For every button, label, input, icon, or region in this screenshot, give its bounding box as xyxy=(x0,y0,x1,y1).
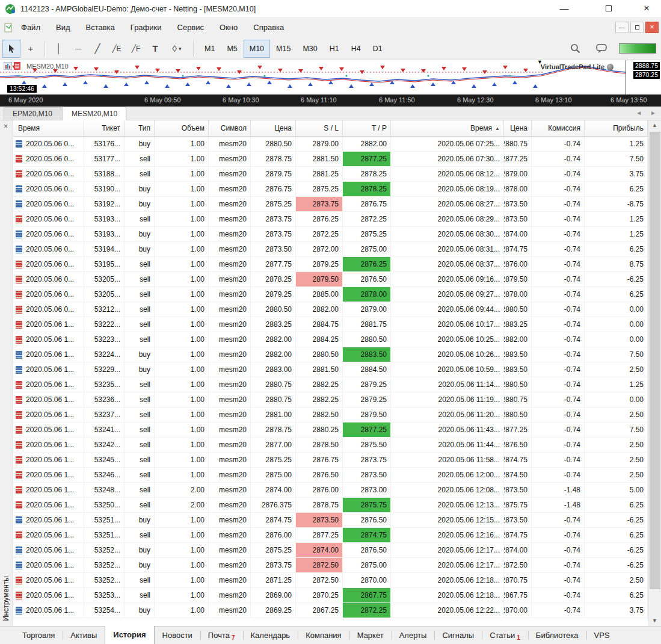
chart-tab-mesm20[interactable]: MESM20,M10 xyxy=(63,107,126,120)
horizontal-line-tool-button[interactable]: ─ xyxy=(69,40,87,58)
fibonacci-tool-button[interactable]: ╱F xyxy=(127,40,145,58)
window-close-button[interactable]: × xyxy=(633,0,660,18)
window-minimize-button[interactable]: — xyxy=(551,0,577,18)
timeframe-h1-button[interactable]: H1 xyxy=(324,40,345,58)
bottom-tab-calendar[interactable]: Календарь xyxy=(243,627,298,644)
bottom-tab-assets[interactable]: Активы xyxy=(63,627,105,644)
timeframe-h4-button[interactable]: H4 xyxy=(345,40,367,58)
table-row[interactable]: 2020.05.06 0...53190...buy1.00mesm202876… xyxy=(13,182,648,197)
column-header-stop-loss[interactable]: S / L xyxy=(296,120,343,136)
column-header-profit[interactable]: Прибыль xyxy=(585,120,648,136)
table-row[interactable]: 2020.05.06 1...53223...sell1.00mesm20288… xyxy=(13,332,648,347)
toolbox-close-button[interactable]: × xyxy=(4,123,8,130)
menu-window[interactable]: Окно xyxy=(212,18,245,37)
menu-insert[interactable]: Вставка xyxy=(78,18,123,37)
scroll-down-icon[interactable]: ▼ xyxy=(648,616,661,626)
table-row[interactable]: 2020.05.06 0...53194...buy1.00mesm202873… xyxy=(13,242,648,257)
menu-service[interactable]: Сервис xyxy=(170,18,212,37)
crosshair-tool-button[interactable]: + xyxy=(22,40,40,58)
column-header-open-price[interactable]: Цена xyxy=(251,120,296,136)
table-row[interactable]: 2020.05.06 0...53205...sell1.00mesm20287… xyxy=(13,287,648,302)
vertical-line-tool-button[interactable]: │ xyxy=(50,40,68,58)
table-row[interactable]: 2020.05.06 1...53251...buy1.00mesm202874… xyxy=(13,513,648,528)
column-header-commission[interactable]: Комиссия xyxy=(532,120,585,136)
table-row[interactable]: 2020.05.06 1...53248...sell2.00mesm20287… xyxy=(13,483,648,498)
mdi-restore-button[interactable] xyxy=(630,22,644,33)
search-button[interactable] xyxy=(566,40,584,58)
table-row[interactable]: 2020.05.06 1...53236...sell1.00mesm20288… xyxy=(13,392,648,407)
table-row[interactable]: 2020.05.06 1...53253...sell1.00mesm20286… xyxy=(13,588,648,603)
bottom-tab-trade[interactable]: Торговля xyxy=(14,627,63,644)
column-header-close-time[interactable]: Время▲ xyxy=(391,120,504,136)
column-header-symbol[interactable]: Символ xyxy=(209,120,251,136)
timeframe-m30-button[interactable]: M30 xyxy=(297,40,323,58)
table-row[interactable]: 2020.05.06 0...53212...sell1.00mesm20288… xyxy=(13,302,648,317)
table-row[interactable]: 2020.05.06 1...53224...buy1.00mesm202882… xyxy=(13,347,648,362)
table-row[interactable]: 2020.05.06 0...53192...buy1.00mesm202875… xyxy=(13,197,648,212)
column-header-close-price[interactable]: Цена xyxy=(504,120,532,136)
scrollbar-thumb[interactable] xyxy=(650,132,660,589)
bottom-tab-vps[interactable]: VPS xyxy=(586,627,618,644)
scroll-up-icon[interactable]: ▲ xyxy=(648,120,661,131)
shapes-tool-button[interactable]: ◊▾ xyxy=(165,40,188,58)
bottom-tab-signals[interactable]: Сигналы xyxy=(434,627,482,644)
chart-tab-next-icon[interactable]: ► xyxy=(650,110,656,116)
column-header-type[interactable]: Тип xyxy=(125,120,155,136)
timeframe-m1-button[interactable]: M1 xyxy=(198,40,221,58)
column-header-open-time[interactable]: Время xyxy=(13,120,84,136)
chart-tab-prev-icon[interactable]: ◄ xyxy=(636,110,642,116)
menu-file[interactable]: Файл xyxy=(13,18,48,37)
bottom-tab-history[interactable]: История xyxy=(105,626,154,644)
table-row[interactable]: 2020.05.06 1...53246...sell1.00mesm20287… xyxy=(13,468,648,483)
window-maximize-button[interactable] xyxy=(595,0,622,18)
vertical-scrollbar[interactable]: ▲ ▼ xyxy=(648,120,661,626)
mdi-close-button[interactable]: × xyxy=(645,22,659,33)
timeframe-m5-button[interactable]: M5 xyxy=(221,40,243,58)
table-row[interactable]: 2020.05.06 0...53193...sell1.00mesm20287… xyxy=(13,212,648,227)
bottom-tab-market[interactable]: Маркет xyxy=(349,627,392,644)
bottom-tab-alerts[interactable]: Алерты xyxy=(392,627,435,644)
timeframe-m10-button[interactable]: M10 xyxy=(244,40,270,58)
table-row[interactable]: 2020.05.06 1...53252...buy1.00mesm202873… xyxy=(13,558,648,573)
table-row[interactable]: 2020.05.06 1...53252...buy1.00mesm202875… xyxy=(13,543,648,558)
table-row[interactable]: 2020.05.06 1...53250...sell2.00mesm20287… xyxy=(13,498,648,513)
table-row[interactable]: 2020.05.06 0...53188...sell1.00mesm20287… xyxy=(13,167,648,182)
bottom-tab-library[interactable]: Библиотека xyxy=(528,627,586,644)
mdi-minimize-button[interactable]: — xyxy=(615,22,629,33)
menu-view[interactable]: Вид xyxy=(48,18,78,37)
text-tool-button[interactable]: T xyxy=(146,40,164,58)
table-row[interactable]: 2020.05.06 0...53195...sell1.00mesm20287… xyxy=(13,257,648,272)
bottom-tab-mail[interactable]: Почта7 xyxy=(200,627,243,644)
trendline-tool-button[interactable]: ╱ xyxy=(88,40,106,58)
column-header-ticket[interactable]: Тикет xyxy=(84,120,125,136)
equidistant-channel-tool-button[interactable]: ╱E xyxy=(108,40,126,58)
table-row[interactable]: 2020.05.06 1...53235...sell1.00mesm20288… xyxy=(13,377,648,392)
chart-tab-epm20[interactable]: EPM20,M10 xyxy=(4,107,61,120)
table-row[interactable]: 2020.05.06 1...53237...sell1.00mesm20288… xyxy=(13,407,648,423)
table-row[interactable]: 2020.05.06 1...53242...sell1.00mesm20287… xyxy=(13,438,648,453)
timeframe-d1-button[interactable]: D1 xyxy=(367,40,389,58)
cursor-tool-button[interactable] xyxy=(2,40,20,58)
table-row[interactable]: 2020.05.06 0...53205...sell1.00mesm20287… xyxy=(13,272,648,287)
table-row[interactable]: 2020.05.06 1...53252...sell1.00mesm20287… xyxy=(13,573,648,588)
bottom-tab-articles[interactable]: Статьи1 xyxy=(482,627,528,644)
table-row[interactable]: 2020.05.06 0...53176...buy1.00mesm202880… xyxy=(13,137,648,152)
table-row[interactable]: 2020.05.06 1...53241...sell1.00mesm20287… xyxy=(13,423,648,438)
toolbox-vertical-tab[interactable]: Инструменты xyxy=(2,576,10,621)
bottom-tab-news[interactable]: Новости xyxy=(155,627,200,644)
table-row[interactable]: 2020.05.06 1...53245...sell1.00mesm20287… xyxy=(13,453,648,468)
menu-charts[interactable]: Графики xyxy=(123,18,170,37)
timeframe-m15-button[interactable]: M15 xyxy=(270,40,297,58)
table-row[interactable]: 2020.05.06 1...53254...buy1.00mesm202869… xyxy=(13,603,648,618)
chat-button[interactable] xyxy=(592,40,610,58)
table-row[interactable]: 2020.05.06 1...53222...sell1.00mesm20288… xyxy=(13,317,648,332)
menu-help[interactable]: Справка xyxy=(245,18,292,37)
table-row[interactable]: 2020.05.06 1...53229...buy1.00mesm202883… xyxy=(13,362,648,377)
chart-area[interactable]: MESM20,M10 ▼ VirtualTradePad Lite 13:52:… xyxy=(0,60,626,94)
table-row[interactable]: 2020.05.06 0...53193...buy1.00mesm202873… xyxy=(13,227,648,242)
table-row[interactable]: 2020.05.06 1...53251...sell1.00mesm20287… xyxy=(13,528,648,543)
column-header-take-profit[interactable]: T / P xyxy=(343,120,391,136)
bottom-tab-company[interactable]: Компания xyxy=(298,627,349,644)
table-row[interactable]: 2020.05.06 0...53177...sell1.00mesm20287… xyxy=(13,152,648,167)
column-header-volume[interactable]: Объем xyxy=(155,120,209,136)
